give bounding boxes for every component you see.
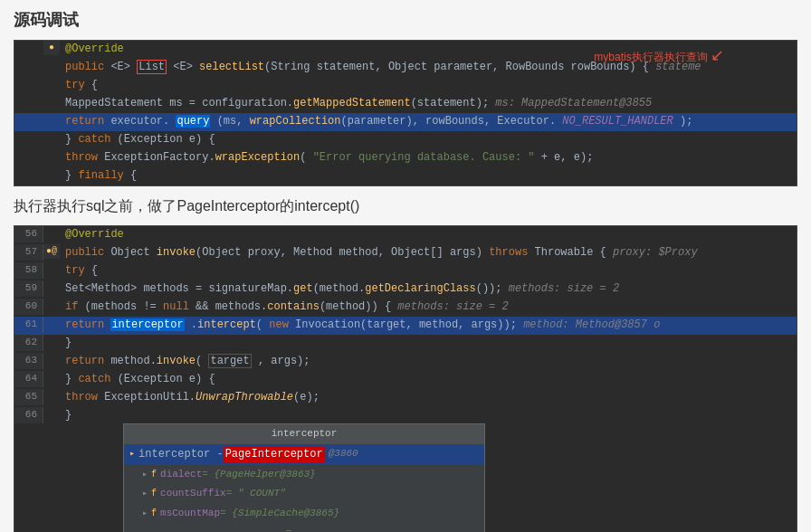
field-name: dialect (160, 467, 202, 483)
code-line: 62 } (14, 335, 797, 353)
code-line: 57 ●@ public Object invoke(Object proxy,… (14, 244, 797, 262)
field-icon: f (151, 507, 157, 521)
code-line: MappedStatement ms = configuration.getMa… (14, 95, 797, 113)
line-content: try { (60, 262, 797, 280)
field-icon: f (151, 487, 157, 501)
code-line: } catch (Exception e) { (14, 131, 797, 149)
line-content: return executor. query (ms, wrapCollecti… (60, 113, 797, 130)
line-content: } catch (Exception e) { (60, 131, 797, 148)
var-icon: ▸ (129, 447, 135, 461)
line-number: 64 (14, 371, 43, 387)
line-content: } (60, 335, 797, 352)
field-name: msCountMap (160, 506, 220, 522)
code-line: 59 Set<Method> methods = signatureMap.ge… (14, 280, 797, 299)
autocomplete-sub-countsuffix[interactable]: ▸ f countSuffix = " COUNT" (124, 484, 484, 504)
section-title-2: 执行器执行sql之前，做了PageInterceptor的intercept() (14, 197, 797, 216)
line-content: } (60, 407, 797, 424)
line-number: 61 (14, 317, 43, 333)
code-line: 60 if (methods != null && methods.contai… (14, 299, 797, 317)
code-line: 66 } (14, 407, 797, 425)
code-line: 58 try { (14, 262, 797, 280)
autocomplete-sub-mscountmap[interactable]: ▸ f msCountMap = {SimpleCache@3865} (124, 504, 484, 524)
line-number: 62 (14, 335, 43, 351)
line-content: if (methods != null && methods.contains(… (60, 299, 797, 316)
field-value: = {PageHelper@3863} (202, 467, 315, 483)
field-icon: f (151, 468, 157, 482)
item-type: PageInterceptor (224, 446, 325, 463)
field-value: = "com.github.pagehelper.PageHelper" (286, 526, 489, 532)
autocomplete-header: interceptor (124, 424, 484, 444)
line-content: } finally { (60, 167, 797, 185)
line-number: 59 (14, 280, 43, 297)
code-line: 64 } catch (Exception e) { (14, 371, 797, 389)
code-block-1: mybatis执行器执行查询 ↙ ● @Override public <E> … (14, 40, 797, 186)
code-line: try { (14, 77, 797, 95)
line-content: return method.invoke( target , args); (60, 353, 797, 370)
autocomplete-popup[interactable]: interceptor ▸ interceptor - PageIntercep… (123, 423, 485, 532)
line-number: 58 (14, 262, 43, 279)
code-line: 56 @Override (14, 226, 797, 244)
line-content: @Override (60, 226, 797, 243)
line-content: Set<Method> methods = signatureMap.get(m… (60, 280, 797, 298)
line-number: 65 (14, 389, 43, 405)
code-line-highlighted: return executor. query (ms, wrapCollecti… (14, 113, 797, 131)
section-title-1: 源码调试 (14, 9, 797, 31)
line-content: MappedStatement ms = configuration.getMa… (60, 95, 797, 112)
line-number: 56 (14, 226, 43, 242)
item-name: interceptor - (138, 446, 224, 463)
line-gutter: ●@ (43, 244, 60, 259)
autocomplete-sub-defaultdialect[interactable]: ▸ f default_dialect_class = "com.github.… (124, 524, 484, 532)
line-gutter: ● (43, 41, 60, 55)
line-content: try { (60, 77, 797, 94)
line-content: throw ExceptionUtil.UnwrapThrowable(e); (60, 389, 797, 406)
autocomplete-sub-dialect[interactable]: ▸ f dialect = {PageHelper@3863} (124, 465, 484, 485)
autocomplete-popup-container: interceptor ▸ interceptor - PageIntercep… (14, 423, 797, 532)
page-container: 源码调试 mybatis执行器执行查询 ↙ ● @Override public… (0, 0, 811, 532)
line-content: } catch (Exception e) { (60, 371, 797, 388)
line-content: public Object invoke(Object proxy, Metho… (60, 244, 797, 261)
code-line: 63 return method.invoke( target , args); (14, 353, 797, 371)
code-line-highlighted: 61 return interceptor .intercept( new In… (14, 317, 797, 335)
line-content: throw ExceptionFactory.wrapException( "E… (60, 149, 797, 166)
line-content: return interceptor .intercept( new Invoc… (60, 317, 797, 334)
code-block-2: 56 @Override 57 ●@ public Object invoke(… (14, 225, 797, 532)
arrow-annotation-1: mybatis执行器执行查询 ↙ (594, 43, 724, 69)
code-line: } finally { (14, 167, 797, 185)
line-number: 57 (14, 244, 43, 261)
field-name: countSuffix (160, 486, 226, 502)
field-value: = {SimpleCache@3865} (220, 506, 339, 522)
autocomplete-item-interceptor[interactable]: ▸ interceptor - PageInterceptor @3860 (124, 444, 484, 465)
line-number: 63 (14, 353, 43, 369)
line-number: 60 (14, 299, 43, 315)
item-detail: @3860 (329, 446, 358, 462)
code-line: 65 throw ExceptionUtil.UnwrapThrowable(e… (14, 389, 797, 407)
field-value: = " COUNT" (226, 486, 286, 502)
code-line: throw ExceptionFactory.wrapException( "E… (14, 149, 797, 167)
line-number: 66 (14, 407, 43, 423)
